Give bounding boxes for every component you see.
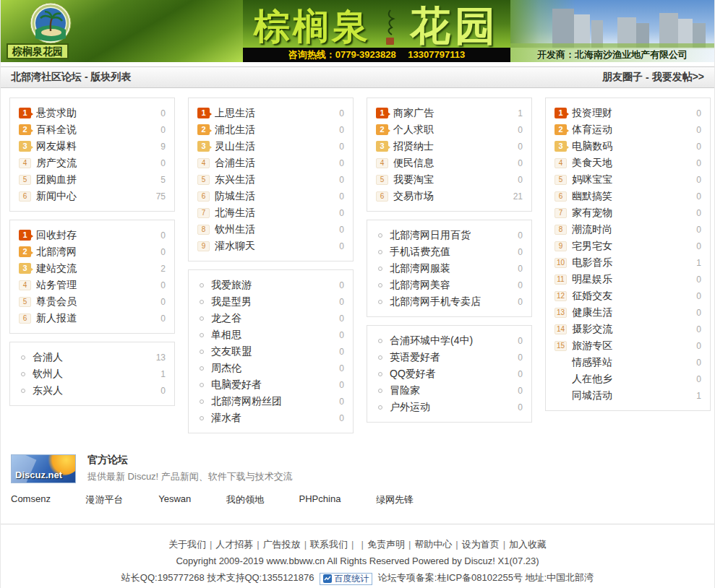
forum-link[interactable]: 人在他乡 — [572, 373, 696, 386]
footer-nav-link[interactable]: 免责声明 — [367, 539, 405, 550]
forum-link[interactable]: 房产交流 — [36, 157, 160, 170]
bullet-icon — [200, 300, 204, 304]
forum-link[interactable]: 北部湾网手机专卖店 — [390, 295, 518, 308]
footer-nav-link[interactable]: 联系我们 — [310, 539, 348, 550]
forum-link[interactable]: 冒险家 — [390, 384, 518, 397]
post-count: 0 — [339, 208, 344, 218]
post-count: 0 — [696, 225, 701, 235]
forum-link[interactable]: 灌水者 — [211, 412, 339, 425]
forum-link[interactable]: 灌水聊天 — [215, 240, 339, 253]
forum-link[interactable]: 我是型男 — [211, 295, 339, 308]
rank-badge: 6 — [197, 191, 210, 202]
forum-link[interactable]: 防城生活 — [215, 190, 339, 203]
forum-link[interactable]: 妈咪宝宝 — [572, 173, 696, 186]
forum-link[interactable]: 北海生活 — [215, 207, 339, 220]
baidu-stats-badge[interactable]: 百度统计 — [320, 573, 372, 585]
forum-link[interactable]: 合浦生活 — [215, 157, 339, 170]
official-forum-title[interactable]: 官方论坛 — [87, 454, 293, 467]
partner-link-3[interactable]: Yeswan — [158, 493, 191, 506]
forum-link[interactable]: 站务管理 — [36, 279, 160, 292]
footer-nav-link[interactable]: 关于我们 — [168, 539, 206, 550]
forum-link[interactable]: 电脑爱好者 — [211, 379, 339, 392]
forum-link[interactable]: 幽默搞笑 — [572, 190, 696, 203]
forum-link[interactable]: 招贤纳士 — [393, 140, 518, 153]
forum-link[interactable]: 潮流时尚 — [572, 223, 696, 236]
forum-link[interactable]: 灵山生活 — [215, 140, 339, 153]
forum-link[interactable]: 美食天地 — [572, 157, 696, 170]
footer-nav-link[interactable]: 加入收藏 — [509, 539, 547, 550]
forum-link[interactable]: 交易市场 — [393, 190, 513, 203]
forum-link[interactable]: 手机话费充值 — [390, 246, 518, 259]
forum-link[interactable]: 网友爆料 — [36, 140, 160, 153]
forum-link[interactable]: 宅男宅女 — [572, 240, 696, 253]
forum-link[interactable]: 明星娱乐 — [572, 273, 696, 286]
partner-link-1[interactable]: Comsenz — [11, 493, 51, 506]
forum-box: 北部湾网日用百货0手机话费充值0北部湾网服装0北部湾网美容0北部湾网手机专卖店0 — [367, 220, 532, 317]
forum-link[interactable]: 我爱旅游 — [211, 279, 339, 292]
forum-link[interactable]: 投资理财 — [572, 107, 696, 120]
forum-row: 同城活动1 — [555, 387, 701, 404]
forum-link[interactable]: 钦州人 — [33, 368, 160, 381]
forum-link[interactable]: 同城活动 — [572, 389, 696, 402]
forum-link[interactable]: 回收封存 — [36, 229, 160, 242]
forum-link[interactable]: 英语爱好者 — [390, 351, 518, 364]
forum-link[interactable]: 家有宠物 — [572, 207, 696, 220]
forum-link[interactable]: 北部湾网日用百货 — [390, 229, 518, 242]
post-count: 0 — [160, 314, 166, 324]
forum-row: 3招贤纳士0 — [376, 138, 523, 155]
post-count: 75 — [156, 191, 166, 202]
forum-link[interactable]: 浦北生活 — [215, 124, 339, 137]
forum-link[interactable]: 情感驿站 — [572, 356, 696, 369]
forum-link[interactable]: 龙之谷 — [211, 312, 339, 325]
forum-row: 1上思生活0 — [197, 105, 344, 121]
forum-link[interactable]: 团购血拼 — [36, 173, 160, 186]
forum-row: 北部湾网服装0 — [376, 260, 523, 277]
partner-link-5[interactable]: PHPchina — [299, 493, 341, 506]
forum-link[interactable]: 旅游专区 — [572, 340, 696, 353]
forum-link[interactable]: 百科全说 — [36, 124, 160, 137]
friends-circle-link[interactable]: 朋友圈子 — [602, 71, 643, 84]
forum-link[interactable]: 我要淘宝 — [393, 173, 518, 186]
forum-link[interactable]: 北部湾网服装 — [390, 262, 518, 275]
forum-link[interactable]: 健康生活 — [572, 306, 696, 319]
forum-link[interactable]: QQ爱好者 — [390, 368, 518, 381]
forum-link[interactable]: 周杰伦 — [211, 362, 339, 375]
forum-link[interactable]: 建站交流 — [36, 262, 160, 275]
forum-link[interactable]: 户外运动 — [390, 401, 518, 414]
forum-link[interactable]: 北部湾网粉丝团 — [211, 395, 339, 408]
forum-link[interactable]: 合浦人 — [33, 351, 156, 364]
forum-link[interactable]: 北部湾网美容 — [390, 279, 518, 292]
forum-link[interactable]: 征婚交友 — [572, 290, 696, 303]
forum-link[interactable]: 合浦环城中学(4中) — [390, 334, 518, 347]
discuz-logo[interactable]: Discuz.net — [11, 454, 76, 483]
footer-nav-link[interactable]: 广告投放 — [263, 539, 301, 550]
footer-nav-link[interactable]: 设为首页 — [462, 539, 500, 550]
forum-link[interactable]: 摄影交流 — [572, 323, 696, 336]
forum-link[interactable]: 便民信息 — [393, 157, 518, 170]
partner-link-2[interactable]: 漫游平台 — [86, 493, 124, 506]
forum-link[interactable]: 钦州生活 — [215, 223, 339, 236]
forum-row: 10电影音乐1 — [555, 254, 701, 271]
breadcrumb[interactable]: 北部湾社区论坛 - 版块列表 — [11, 71, 131, 84]
forum-link[interactable]: 悬赏求助 — [36, 107, 160, 120]
forum-link[interactable]: 个人求职 — [393, 124, 518, 137]
forum-link[interactable]: 东兴人 — [33, 384, 160, 397]
forum-link[interactable]: 尊贵会员 — [36, 295, 160, 308]
forum-link[interactable]: 单相思 — [211, 329, 339, 342]
forum-link[interactable]: 电影音乐 — [572, 256, 696, 269]
footer-nav-link[interactable]: 人才招募 — [215, 539, 253, 550]
forum-link[interactable]: 北部湾网 — [36, 246, 160, 259]
footer-nav-link[interactable]: 帮助中心 — [414, 539, 452, 550]
partner-link-6[interactable]: 绿网先锋 — [376, 493, 414, 506]
forum-link[interactable]: 商家广告 — [393, 107, 518, 120]
forum-link[interactable]: 东兴生活 — [215, 173, 339, 186]
top-banner[interactable]: 棕榈泉花园 棕榈泉 花园 咨询热线：0779-3923828 133077971… — [1, 0, 714, 62]
forum-link[interactable]: 新人报道 — [36, 312, 160, 325]
new-post-link[interactable]: 我要发帖>> — [652, 71, 704, 84]
forum-link[interactable]: 体育运动 — [572, 124, 696, 137]
forum-link[interactable]: 新闻中心 — [36, 190, 156, 203]
partner-link-4[interactable]: 我的领地 — [226, 493, 264, 506]
forum-link[interactable]: 电脑数码 — [572, 140, 696, 153]
forum-link[interactable]: 交友联盟 — [211, 345, 339, 358]
forum-link[interactable]: 上思生活 — [215, 107, 339, 120]
